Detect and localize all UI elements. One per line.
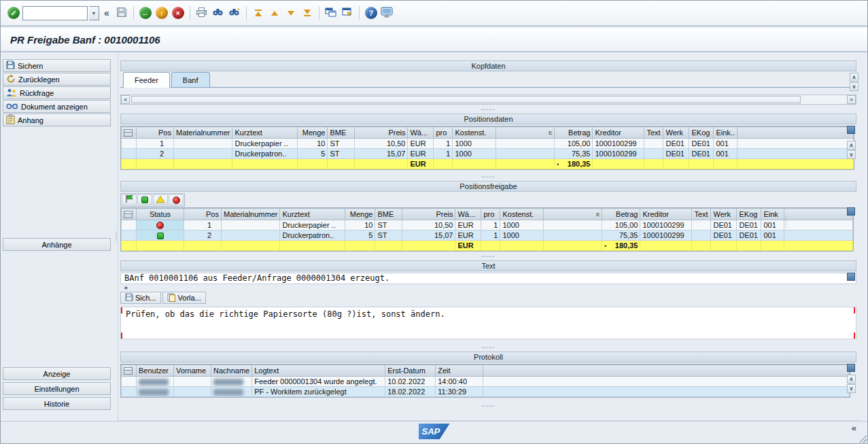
col-werk[interactable]: Werk	[711, 209, 737, 220]
status-released-icon[interactable]	[157, 233, 164, 239]
scroll-right-icon[interactable]: >	[847, 95, 856, 104]
sidebar-panel-history[interactable]: Historie	[3, 397, 111, 410]
scroll-down-icon[interactable]: ∨	[847, 384, 856, 393]
row-selector[interactable]	[122, 220, 137, 230]
splitter-positionsfreigabe[interactable]: ▪▪▪▪▪	[120, 254, 856, 259]
splitter-kopfdaten[interactable]: ▪▪▪▪▪	[120, 107, 856, 112]
release-warning-button[interactable]	[153, 194, 168, 205]
col-ekog[interactable]: EKog	[737, 209, 761, 220]
back-button[interactable]: ←	[138, 5, 153, 21]
exit-button[interactable]: ↑	[154, 5, 169, 21]
cancel-button[interactable]: ×	[171, 5, 186, 21]
print-button[interactable]	[194, 5, 209, 21]
col-ekog[interactable]: EKog	[689, 127, 714, 139]
text-config-button[interactable]	[847, 273, 855, 281]
col-eink[interactable]: Eink..	[714, 127, 737, 139]
splitter-protokoll[interactable]: ▪▪▪▪▪	[120, 403, 856, 409]
enter-button[interactable]: ✓	[6, 5, 21, 21]
last-page-button[interactable]	[300, 5, 315, 21]
customize-layout-button[interactable]	[380, 5, 395, 21]
status-rejected-icon[interactable]	[156, 222, 164, 229]
scroll-down-icon[interactable]: ∨	[847, 150, 856, 159]
col-kurztext[interactable]: Kurztext	[232, 127, 298, 139]
table-row[interactable]: Feeder 0000001304 wurde angelegt. 10.02.…	[122, 377, 850, 387]
row-selector[interactable]	[122, 149, 137, 159]
col-pro[interactable]: pro	[481, 209, 500, 220]
col-erst-datum[interactable]: Erst-Datum	[385, 365, 436, 377]
col-betrag[interactable]: Betrag	[602, 209, 640, 220]
col-kreditor[interactable]: Kreditor	[640, 209, 692, 220]
sidebar-save-button[interactable]: Sichern	[3, 59, 111, 72]
col-benutzer[interactable]: Benutzer	[137, 365, 174, 377]
collapse-toolbar-button[interactable]: «	[104, 7, 109, 18]
col-nachname[interactable]: Nachname	[211, 365, 252, 377]
save-button[interactable]	[114, 5, 129, 21]
sidebar-display-document-button[interactable]: Dokument anzeigen	[3, 100, 111, 113]
col-logtext[interactable]: Logtext	[252, 365, 385, 377]
col-kurztext[interactable]: Kurztext	[280, 209, 345, 220]
row-selector[interactable]	[122, 230, 137, 241]
col-status[interactable]: Status	[137, 209, 184, 220]
row-selector[interactable]	[122, 377, 137, 387]
release-flag-button[interactable]	[122, 194, 137, 205]
col-materialnummer[interactable]: Materialnummer	[222, 209, 280, 220]
sidebar-panel-display[interactable]: Anzeige	[3, 367, 111, 380]
command-dropdown-icon[interactable]: ▼	[89, 6, 99, 20]
sidebar-putback-button[interactable]: Zurücklegen	[3, 73, 111, 86]
col-vorname[interactable]: Vorname	[174, 365, 211, 377]
text-save-button[interactable]: Sich...	[120, 292, 161, 304]
col-e[interactable]: E	[496, 127, 555, 139]
text-template-button[interactable]: Vorla...	[162, 292, 206, 304]
table-row[interactable]: 1 Druckerpapier .. 10 ST 10,50 EUR 1 100…	[122, 139, 854, 149]
sidebar-attachment-button[interactable]: Anhang	[3, 114, 111, 126]
select-all-header[interactable]	[122, 127, 137, 139]
col-waehrung[interactable]: Wä...	[408, 127, 434, 139]
col-kostenstelle[interactable]: Kostenst.	[500, 209, 544, 220]
first-page-button[interactable]	[251, 5, 266, 21]
row-selector[interactable]	[122, 139, 137, 149]
scroll-left-icon[interactable]: <	[121, 95, 130, 104]
create-shortcut-button[interactable]	[340, 5, 355, 21]
col-text[interactable]: Text	[692, 209, 711, 220]
col-pro[interactable]: pro	[434, 127, 453, 139]
statusbar-collapse-button[interactable]: «	[852, 423, 856, 433]
select-all-header[interactable]	[122, 209, 137, 220]
col-e[interactable]: E	[544, 209, 602, 220]
cell-status[interactable]	[137, 230, 184, 241]
scroll-up-icon[interactable]: ∧	[850, 73, 858, 82]
next-page-button[interactable]	[283, 5, 298, 21]
release-reject-button[interactable]	[169, 194, 184, 205]
new-session-button[interactable]	[324, 5, 338, 21]
col-werk[interactable]: Werk	[663, 127, 689, 139]
note-editor[interactable]: Prüfen, ob das die richtige Papiersorte …	[120, 307, 856, 339]
splitter-text[interactable]: ▪▪▪▪▪	[120, 345, 856, 350]
positionsdaten-config-button[interactable]	[847, 126, 855, 134]
col-menge[interactable]: Menge	[298, 127, 328, 139]
select-all-header[interactable]	[122, 365, 137, 377]
scrollbar-thumb[interactable]	[131, 96, 801, 103]
col-eink[interactable]: Eink	[761, 209, 784, 220]
cell-status[interactable]	[137, 220, 184, 230]
window-resize-grip[interactable]	[858, 434, 867, 443]
scroll-down-icon[interactable]: ∨	[850, 82, 858, 91]
scroll-up-icon[interactable]: ∧	[847, 141, 856, 150]
col-preis[interactable]: Preis	[402, 209, 455, 220]
splitter-positionsdaten[interactable]: ▪▪▪▪▪	[120, 174, 856, 180]
sidebar-panel-settings[interactable]: Einstellungen	[3, 382, 111, 395]
previous-page-button[interactable]	[267, 5, 282, 21]
positionsfreigabe-config-button[interactable]	[847, 207, 855, 216]
table-row[interactable]: 2 Druckerpatron.. 5 ST 15,07 EUR 1 1000 …	[122, 149, 854, 159]
col-bme[interactable]: BME	[375, 209, 402, 220]
find-next-button[interactable]	[227, 5, 242, 21]
col-preis[interactable]: Preis	[355, 127, 408, 139]
table-row[interactable]: PF - Workitem zurückgelegt 18.02.2022 11…	[122, 387, 850, 397]
col-bme[interactable]: BME	[328, 127, 355, 139]
tab-feeder[interactable]: Feeder	[123, 72, 170, 88]
command-input[interactable]	[22, 6, 88, 20]
sidebar-query-button[interactable]: Rückfrage	[3, 86, 111, 99]
help-button[interactable]: ?	[364, 5, 379, 21]
protokoll-config-button[interactable]	[847, 364, 855, 372]
col-zeit[interactable]: Zeit	[436, 365, 483, 377]
kopfdaten-horizontal-scrollbar[interactable]: < >	[120, 95, 856, 105]
col-kreditor[interactable]: Kreditor	[593, 127, 644, 139]
